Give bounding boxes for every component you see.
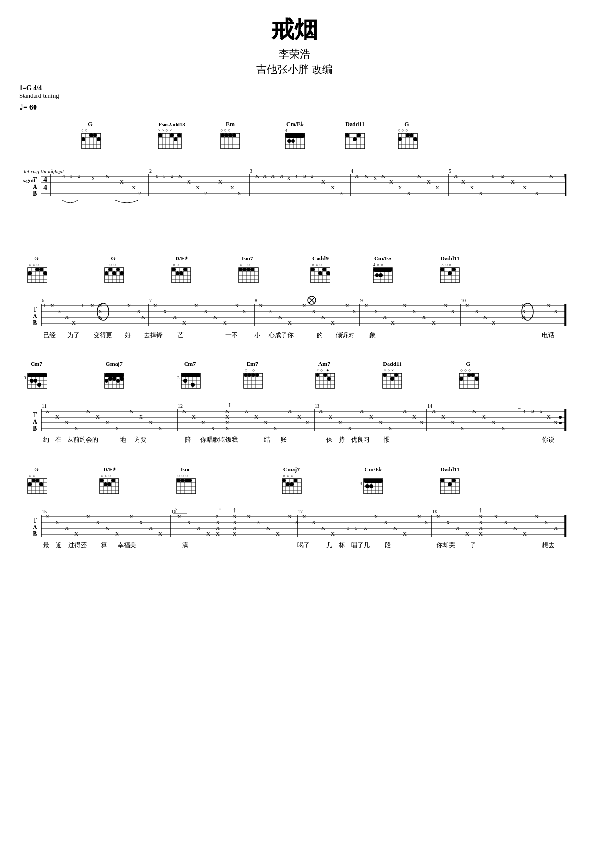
svg-text:2: 2 [149, 168, 152, 174]
svg-point-222 [247, 268, 250, 271]
svg-text:X: X [321, 525, 325, 531]
svg-text:X: X [187, 519, 191, 525]
svg-text:X: X [269, 308, 272, 314]
svg-point-635 [452, 479, 456, 482]
svg-text:X: X [420, 420, 424, 425]
svg-text:Dadd11: Dadd11 [345, 121, 364, 128]
svg-text:X: X [479, 531, 483, 537]
svg-text:X: X [130, 514, 133, 519]
svg-text:Cm7: Cm7 [31, 361, 43, 367]
svg-text:Dadd11: Dadd11 [383, 361, 401, 367]
svg-text:杯: 杯 [338, 541, 345, 549]
svg-text:为了: 为了 [67, 331, 80, 339]
svg-text:X: X [194, 303, 198, 308]
svg-text:X: X [297, 414, 301, 420]
svg-text:○: ○ [316, 262, 318, 267]
svg-text:心成了你: 心成了你 [268, 331, 294, 339]
svg-point-386 [116, 379, 120, 383]
svg-text:X: X [460, 425, 464, 431]
svg-text:3: 3 [303, 173, 306, 179]
svg-text:X: X [393, 525, 397, 531]
svg-text:X: X [479, 519, 483, 525]
svg-point-414 [251, 373, 255, 377]
chord-Dadd11-1: Dadd11 [345, 121, 365, 149]
svg-text:X: X [235, 303, 239, 308]
svg-text:X: X [115, 425, 119, 431]
svg-point-30 [170, 133, 174, 137]
svg-text:X: X [331, 320, 335, 326]
svg-text:幸福美: 幸福美 [118, 541, 136, 549]
svg-text:X: X [223, 320, 227, 326]
chord-Fsus2add13: Fsus2add13 × × ○ × [158, 121, 185, 149]
svg-text:X: X [470, 185, 474, 190]
svg-point-610 [294, 479, 297, 482]
svg-text:X: X [225, 414, 229, 420]
svg-text:○: ○ [319, 262, 322, 267]
svg-text:X: X [216, 525, 220, 531]
chord-Cm7-1: Cm7 3 [24, 361, 47, 388]
svg-text:G: G [34, 255, 38, 262]
svg-text:×: × [391, 368, 394, 373]
score-svg: let ring throughout G ○ ○ Fsus2add13 × [19, 117, 570, 868]
svg-text:A: A [33, 524, 38, 531]
svg-text:X: X [233, 525, 236, 531]
svg-text:X: X [233, 531, 236, 537]
svg-text:1: 1 [82, 303, 84, 308]
lyrics-3: 约 在 从前约会的 地 方要 陪 你唱歌吃饭我 结 账 保 持 优良习 惯 你说 [43, 436, 554, 443]
svg-point-73 [357, 133, 361, 137]
svg-text:X: X [288, 408, 292, 414]
svg-text:B: B [33, 190, 37, 197]
svg-text:X: X [192, 414, 196, 420]
svg-point-223 [250, 268, 254, 271]
svg-text:账: 账 [281, 436, 287, 443]
chord-Cm7-2: Cm7 3 [177, 361, 200, 388]
svg-text:X: X [127, 303, 131, 308]
song-title: 戒烟 [19, 14, 570, 45]
chord-G-1: G ○ ○ [81, 121, 101, 149]
svg-text:X: X [381, 173, 385, 179]
svg-text:×: × [158, 128, 160, 133]
svg-point-593 [184, 479, 188, 482]
svg-point-428 [316, 373, 319, 377]
chord-DFsharp: D/F♯ × ○ [172, 255, 191, 283]
svg-point-460 [471, 373, 475, 377]
svg-text:陪: 陪 [185, 436, 191, 443]
svg-text:X: X [353, 308, 356, 314]
svg-text:X: X [98, 308, 102, 314]
svg-point-237 [318, 271, 322, 275]
svg-text:从前约会的: 从前约会的 [67, 436, 98, 443]
svg-text:几: 几 [326, 541, 332, 549]
svg-text:X: X [201, 420, 205, 425]
svg-text:X: X [197, 525, 200, 531]
svg-point-31 [174, 137, 177, 141]
svg-text:4: 4 [295, 173, 298, 179]
svg-text:X: X [523, 531, 527, 537]
tab-staff-3: T A B 11 12 13 14 X X X X X X X X [33, 401, 566, 432]
svg-text:X: X [106, 420, 109, 425]
svg-text:0: 0 [492, 173, 495, 179]
svg-text:X: X [451, 420, 455, 425]
svg-text:X: X [547, 303, 551, 308]
svg-text:2: 2 [171, 173, 174, 179]
svg-text:X: X [96, 414, 100, 420]
svg-text:X: X [211, 425, 215, 431]
svg-text:X: X [287, 176, 291, 181]
svg-text:X: X [46, 408, 49, 414]
svg-text:Dadd11: Dadd11 [440, 466, 459, 473]
svg-point-190 [108, 268, 112, 271]
svg-point-192 [116, 268, 120, 271]
svg-point-12 [89, 133, 93, 137]
svg-text:○: ○ [252, 368, 255, 373]
svg-point-562 [39, 482, 43, 486]
svg-text:X: X [149, 525, 153, 531]
svg-text:X: X [547, 414, 551, 420]
svg-point-385 [112, 377, 116, 381]
svg-text:○: ○ [468, 368, 471, 373]
svg-point-372 [37, 383, 41, 387]
svg-text:○: ○ [177, 473, 180, 478]
svg-text:2: 2 [540, 408, 543, 414]
svg-text:X: X [230, 185, 234, 190]
svg-text:X: X [173, 314, 177, 320]
chord-Cadd9: Cadd9 × ○ ○ [311, 255, 330, 283]
svg-text:X: X [513, 525, 517, 531]
